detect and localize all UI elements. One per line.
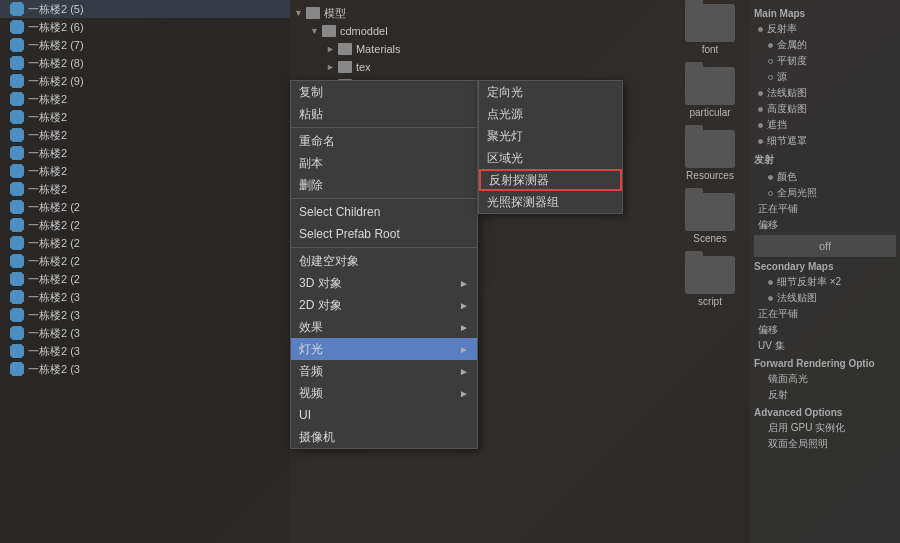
uv-set-row: UV 集 bbox=[754, 338, 896, 354]
folder-item-font[interactable]: font bbox=[670, 0, 750, 59]
menu-item-删除[interactable]: 删除 bbox=[291, 174, 477, 196]
menu-item-灯光[interactable]: 灯光► bbox=[291, 338, 477, 360]
hierarchy-item[interactable]: 一栋楼2 bbox=[0, 144, 290, 162]
submenu-item-聚光灯[interactable]: 聚光灯 bbox=[479, 125, 622, 147]
menu-item-副本[interactable]: 副本 bbox=[291, 152, 477, 174]
hierarchy-item[interactable]: 一栋楼2 (2 bbox=[0, 234, 290, 252]
folder-icon-script bbox=[685, 256, 735, 294]
lighting-submenu: 定向光点光源聚光灯区域光反射探测器光照探测器组 bbox=[478, 80, 623, 214]
inspector-row-金属的: 金属的 bbox=[754, 37, 896, 53]
emission-title: 发射 bbox=[754, 153, 896, 167]
menu-item-粘贴[interactable]: 粘贴 bbox=[291, 103, 477, 125]
secondary-offset-row: 偏移 bbox=[754, 322, 896, 338]
submenu-item-光照探测器组[interactable]: 光照探测器组 bbox=[479, 191, 622, 213]
menu-item-效果[interactable]: 效果► bbox=[291, 316, 477, 338]
menu-item-2D 对象[interactable]: 2D 对象► bbox=[291, 294, 477, 316]
menu-item-3D 对象[interactable]: 3D 对象► bbox=[291, 272, 477, 294]
hierarchy-icon bbox=[10, 128, 24, 142]
menu-item-复制[interactable]: 复制 bbox=[291, 81, 477, 103]
hierarchy-item[interactable]: 一栋楼2 (8) bbox=[0, 54, 290, 72]
hierarchy-icon bbox=[10, 326, 24, 340]
dot-indicator bbox=[768, 75, 773, 80]
menu-item-摄像机[interactable]: 摄像机 bbox=[291, 426, 477, 448]
hierarchy-item[interactable]: 一栋楼2 (5) bbox=[0, 0, 290, 18]
menu-item-UI[interactable]: UI bbox=[291, 404, 477, 426]
hierarchy-item[interactable]: 一栋楼2 (7) bbox=[0, 36, 290, 54]
submenu-arrow: ► bbox=[459, 366, 469, 377]
folder-icon-particular bbox=[685, 67, 735, 105]
folder-item-particular[interactable]: particular bbox=[670, 63, 750, 122]
hierarchy-item[interactable]: 一栋楼2 (3 bbox=[0, 342, 290, 360]
hierarchy-item[interactable]: 一栋楼2 (3 bbox=[0, 306, 290, 324]
hierarchy-item[interactable]: 一栋楼2 (2 bbox=[0, 270, 290, 288]
menu-item-Select Children[interactable]: Select Children bbox=[291, 201, 477, 223]
inspector-row-高度贴图: 高度贴图 bbox=[754, 101, 896, 117]
dot-indicator bbox=[768, 280, 773, 285]
hierarchy-item[interactable]: 一栋楼2 (3 bbox=[0, 288, 290, 306]
folder-icon bbox=[306, 7, 320, 19]
menu-separator bbox=[291, 198, 477, 199]
menu-item-视频[interactable]: 视频► bbox=[291, 382, 477, 404]
expand-arrow: ▼ bbox=[294, 8, 303, 18]
hierarchy-icon bbox=[10, 38, 24, 52]
hierarchy-item[interactable]: 一栋楼2 (2 bbox=[0, 216, 290, 234]
file-tree-item-tex: ► tex bbox=[294, 58, 486, 76]
submenu-arrow: ► bbox=[459, 300, 469, 311]
advanced-list: 启用 GPU 实例化双面全局照明 bbox=[754, 420, 896, 452]
submenu-item-点光源[interactable]: 点光源 bbox=[479, 103, 622, 125]
folder-item-script[interactable]: script bbox=[670, 252, 750, 311]
hierarchy-item[interactable]: 一栋楼2 (2 bbox=[0, 252, 290, 270]
submenu-arrow: ► bbox=[459, 344, 469, 355]
submenu-item-区域光[interactable]: 区域光 bbox=[479, 147, 622, 169]
dot-indicator bbox=[758, 91, 763, 96]
menu-item-音频[interactable]: 音频► bbox=[291, 360, 477, 382]
inspector-row-颜色: 颜色 bbox=[754, 169, 896, 185]
secondary-tiling-row: 正在平铺 bbox=[754, 306, 896, 322]
inspector-row-遮挡: 遮挡 bbox=[754, 117, 896, 133]
submenu-item-反射探测器[interactable]: 反射探测器 bbox=[479, 169, 622, 191]
hierarchy-item[interactable]: 一栋楼2 bbox=[0, 126, 290, 144]
file-tree-item-cdmoddel: ▼ cdmoddel bbox=[294, 22, 486, 40]
dot-indicator bbox=[768, 175, 773, 180]
menu-separator bbox=[291, 247, 477, 248]
folder-item-Scenes[interactable]: Scenes bbox=[670, 189, 750, 248]
expand-arrow-3: ► bbox=[326, 44, 335, 54]
forward-list: 镜面高光反射 bbox=[754, 371, 896, 403]
hierarchy-icon bbox=[10, 146, 24, 160]
forward-item-反射: 反射 bbox=[754, 387, 896, 403]
secondary-list: 细节反射率 ×2法线贴图 bbox=[754, 274, 896, 306]
hierarchy-item[interactable]: 一栋楼2 (9) bbox=[0, 72, 290, 90]
menu-item-重命名[interactable]: 重命名 bbox=[291, 130, 477, 152]
hierarchy-item[interactable]: 一栋楼2 bbox=[0, 108, 290, 126]
inspector-row-平韧度: 平韧度 bbox=[754, 53, 896, 69]
menu-item-Select Prefab Root[interactable]: Select Prefab Root bbox=[291, 223, 477, 245]
hierarchy-item[interactable]: 一栋楼2 (3 bbox=[0, 324, 290, 342]
file-tree-item-model: ▼ 模型 bbox=[294, 4, 486, 22]
submenu-item-定向光[interactable]: 定向光 bbox=[479, 81, 622, 103]
inspector-row-法线贴图: 法线贴图 bbox=[754, 290, 896, 306]
menu-item-创建空对象[interactable]: 创建空对象 bbox=[291, 250, 477, 272]
dot-indicator bbox=[768, 296, 773, 301]
hierarchy-icon bbox=[10, 236, 24, 250]
main-maps-title: Main Maps bbox=[754, 8, 896, 19]
expand-arrow-4: ► bbox=[326, 62, 335, 72]
hierarchy-item[interactable]: 一栋楼2 (2 bbox=[0, 198, 290, 216]
submenu-arrow: ► bbox=[459, 278, 469, 289]
dot-indicator bbox=[768, 191, 773, 196]
hierarchy-icon bbox=[10, 110, 24, 124]
hierarchy-item[interactable]: 一栋楼2 bbox=[0, 162, 290, 180]
inspector-row-源: 源 bbox=[754, 69, 896, 85]
dot-indicator bbox=[758, 27, 763, 32]
forward-item-镜面高光: 镜面高光 bbox=[754, 371, 896, 387]
folder-icon-2 bbox=[322, 25, 336, 37]
hierarchy-item[interactable]: 一栋楼2 bbox=[0, 90, 290, 108]
hierarchy-item[interactable]: 一栋楼2 bbox=[0, 180, 290, 198]
hierarchy-icon bbox=[10, 2, 24, 16]
folder-icon-Scenes bbox=[685, 193, 735, 231]
inspector-row-细节反射率 ×2: 细节反射率 ×2 bbox=[754, 274, 896, 290]
hierarchy-item[interactable]: 一栋楼2 (6) bbox=[0, 18, 290, 36]
hierarchy-item[interactable]: 一栋楼2 (3 bbox=[0, 360, 290, 378]
folder-item-Resources[interactable]: Resources bbox=[670, 126, 750, 185]
hierarchy-icon bbox=[10, 290, 24, 304]
folder-icon-font bbox=[685, 4, 735, 42]
